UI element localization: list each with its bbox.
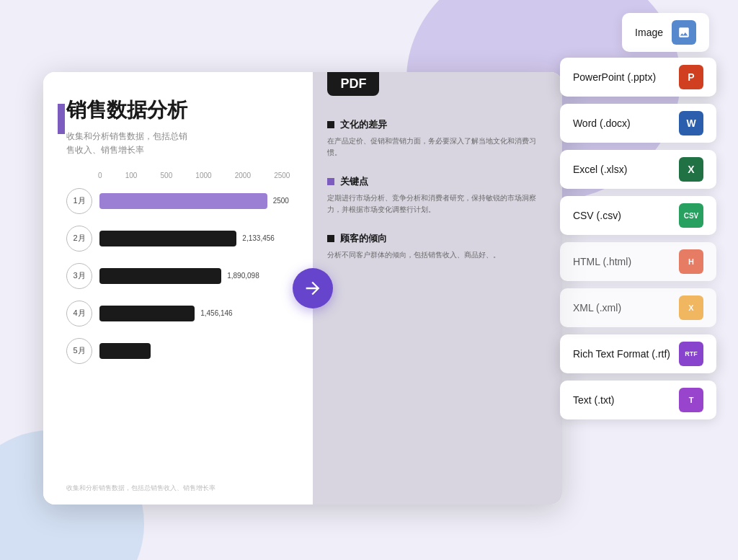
format-card-txt[interactable]: Text (.txt) T (560, 381, 716, 419)
doc-title: 销售数据分析 (66, 98, 290, 123)
excel-icon: X (679, 157, 703, 182)
axis-2000: 2000 (235, 172, 251, 179)
chart-row-jan: 1月 2500 (66, 188, 290, 214)
doc-right-panel: PDF 文化的差异 在产品定价、促销和营销力面，务必要深入了解当地文化和消费习惯… (313, 72, 562, 505)
bar-container-may (99, 343, 290, 359)
format-card-csv[interactable]: CSV (.csv) CSV (560, 196, 716, 235)
axis-100: 100 (125, 172, 138, 179)
format-cards-panel: PowerPoint (.pptx) P Word (.docx) W Exce… (560, 58, 716, 419)
bar-container-apr: 1,456,146 (99, 306, 290, 321)
chart-axis: 0 100 500 1000 2000 2500 (66, 172, 290, 179)
bar-may (99, 343, 151, 359)
image-format-card[interactable]: Image (622, 13, 709, 52)
section-customer-text: 分析不同客户群体的倾向，包括销售收入、商品好、。 (327, 249, 548, 261)
arrow-right-icon (303, 278, 323, 298)
section-customer: 顾客的倾向 分析不同客户群体的倾向，包括销售收入、商品好、。 (327, 232, 548, 261)
image-format-label: Image (635, 27, 663, 38)
bar-feb (99, 231, 236, 246)
section-customer-icon (327, 235, 334, 242)
html-icon: H (679, 249, 703, 274)
format-card-html[interactable]: HTML (.html) H (560, 242, 716, 281)
chart-row-feb: 2月 2,133,456 (66, 226, 290, 252)
bar-value-apr: 1,456,146 (200, 309, 233, 317)
section-customer-header: 顾客的倾向 (327, 232, 548, 245)
xml-label: XML (.xml) (573, 302, 670, 314)
month-apr: 4月 (66, 301, 92, 326)
section-key-text: 定期进行市场分析、竞争分析和消费者研究，保持敏锐的市场洞察力，并根据市场变化调整… (327, 192, 548, 215)
document-card: 销售数据分析 收集和分析销售数据，包括总销售收入、销售增长率 0 100 500… (43, 72, 562, 505)
bar-value-feb: 2,133,456 (242, 234, 275, 242)
xml-icon: X (679, 295, 703, 320)
doc-sections: 文化的差异 在产品定价、促销和营销力面，务必要深入了解当地文化和消费习惯。 关键… (327, 118, 548, 261)
csv-icon: CSV (679, 203, 703, 228)
bar-jan (99, 193, 267, 209)
txt-label: Text (.txt) (573, 394, 670, 406)
axis-1000: 1000 (195, 172, 211, 179)
section-culture: 文化的差异 在产品定价、促销和营销力面，务必要深入了解当地文化和消费习惯。 (327, 118, 548, 158)
image-format-icon (672, 20, 696, 45)
bar-value-jan: 2500 (273, 197, 289, 205)
bar-container-mar: 1,890,098 (99, 268, 290, 284)
word-icon: W (679, 111, 703, 135)
bar-mar (99, 268, 221, 284)
format-card-xml[interactable]: XML (.xml) X (560, 288, 716, 327)
chart-row-apr: 4月 1,456,146 (66, 301, 290, 326)
doc-subtitle: 收集和分析销售数据，包括总销售收入、销售增长率 (66, 130, 290, 157)
csv-label: CSV (.csv) (573, 210, 670, 221)
axis-500: 500 (161, 172, 173, 179)
convert-arrow-button[interactable] (293, 268, 333, 308)
format-card-rtf[interactable]: Rich Text Format (.rtf) RTF (560, 334, 716, 373)
pptx-label: PowerPoint (.pptx) (573, 71, 670, 83)
title-accent-bar (58, 104, 65, 134)
rtf-icon: RTF (679, 342, 703, 366)
pptx-icon: P (679, 65, 703, 89)
section-key: 关键点 定期进行市场分析、竞争分析和消费者研究，保持敏锐的市场洞察力，并根据市场… (327, 175, 548, 215)
format-card-excel[interactable]: Excel (.xlsx) X (560, 150, 716, 189)
doc-left-panel: 销售数据分析 收集和分析销售数据，包括总销售收入、销售增长率 0 100 500… (43, 72, 313, 505)
section-customer-title: 顾客的倾向 (340, 232, 387, 245)
bar-container-jan: 2500 (99, 193, 290, 209)
rtf-label: Rich Text Format (.rtf) (573, 348, 670, 360)
month-mar: 3月 (66, 263, 92, 289)
section-culture-text: 在产品定价、促销和营销力面，务必要深入了解当地文化和消费习惯。 (327, 135, 548, 158)
chart-row-may: 5月 (66, 338, 290, 364)
doc-footer: 收集和分析销售数据，包括总销售收入、销售增长率 (66, 484, 215, 493)
format-card-pptx[interactable]: PowerPoint (.pptx) P (560, 58, 716, 97)
chart-row-mar: 3月 1,890,098 (66, 263, 290, 289)
bar-apr (99, 306, 195, 321)
axis-2500: 2500 (274, 172, 290, 179)
bar-container-feb: 2,133,456 (99, 231, 290, 246)
section-culture-header: 文化的差异 (327, 118, 548, 131)
format-card-word[interactable]: Word (.docx) W (560, 104, 716, 143)
section-key-header: 关键点 (327, 175, 548, 188)
bar-value-mar: 1,890,098 (227, 272, 259, 280)
excel-label: Excel (.xlsx) (573, 164, 670, 175)
month-may: 5月 (66, 338, 92, 364)
txt-icon: T (679, 388, 703, 412)
html-label: HTML (.html) (573, 256, 670, 267)
chart-area: 0 100 500 1000 2000 2500 1月 2500 2月 (66, 172, 290, 364)
month-jan: 1月 (66, 188, 92, 214)
section-key-icon (327, 178, 334, 185)
section-culture-title: 文化的差异 (340, 118, 387, 131)
section-culture-icon (327, 121, 334, 128)
axis-0: 0 (98, 172, 102, 179)
word-label: Word (.docx) (573, 117, 670, 129)
month-feb: 2月 (66, 226, 92, 252)
pdf-badge: PDF (327, 72, 379, 96)
section-key-title: 关键点 (340, 175, 368, 188)
